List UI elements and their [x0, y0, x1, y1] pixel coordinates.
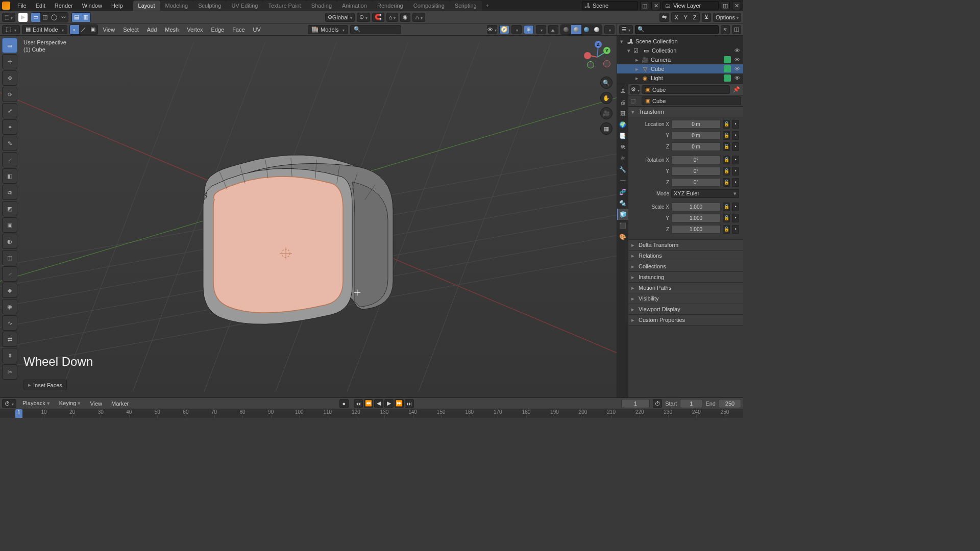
prop-tab-6[interactable]: ⚛ [617, 153, 628, 164]
snap-target-dropdown[interactable]: ⌂ [386, 13, 399, 22]
mirror-z-button[interactable]: Z [690, 13, 699, 22]
panel-relations[interactable]: ▸Relations [628, 251, 743, 261]
tab-compositing[interactable]: Compositing [408, 1, 450, 11]
select-mode-circle[interactable]: ◯ [50, 13, 59, 22]
collection-visibility-toggle[interactable]: 👁 [733, 47, 741, 54]
panel-motion paths[interactable]: ▸Motion Paths [628, 283, 743, 293]
location-y-field[interactable]: 0 m [671, 131, 721, 140]
tool-extrude-region[interactable]: ⧉ [2, 185, 17, 200]
tool-cursor[interactable]: ✛ [2, 54, 17, 69]
playhead[interactable]: 1 [15, 409, 22, 418]
scale-z-field[interactable]: 1.000 [671, 225, 721, 234]
tool-knife[interactable]: ⟋ [2, 266, 17, 282]
panel-visibility[interactable]: ▸Visibility [628, 293, 743, 304]
panel-collections[interactable]: ▸Collections [628, 261, 743, 271]
automerge-toggle[interactable]: ⊻ [702, 13, 711, 22]
nav-y-axis[interactable]: Y [603, 47, 610, 54]
add-workspace-button[interactable]: + [482, 1, 493, 11]
location-x-lock[interactable]: 🔓 [723, 120, 730, 129]
location-z-lock[interactable]: 🔓 [723, 142, 730, 151]
item-visibility-toggle[interactable]: 👁 [733, 57, 741, 63]
prop-tab-9[interactable]: 🧬 [617, 186, 628, 197]
tool-add-cube[interactable]: ◧ [2, 168, 17, 184]
prop-tab-3[interactable]: 🌍 [617, 119, 628, 130]
menu-file[interactable]: File [13, 1, 31, 10]
scale-x-field[interactable]: 1.000 [671, 203, 721, 211]
item-visibility-toggle[interactable]: 👁 [733, 75, 741, 81]
shading-dropdown[interactable] [604, 25, 615, 34]
panel-custom properties[interactable]: ▸Custom Properties [628, 315, 743, 325]
shading-wireframe[interactable] [561, 25, 571, 34]
tool-edge-slide[interactable]: ⇄ [2, 332, 17, 347]
outliner-scene-collection[interactable]: ▾🏞Scene Collection [617, 37, 743, 46]
tool-loop-cut[interactable]: ◫ [2, 250, 17, 265]
scene-browse-icon[interactable]: 🏞 [582, 3, 592, 9]
jump-end-button[interactable]: ⏭ [405, 399, 414, 408]
snap-toggle[interactable]: 🧲 [372, 13, 384, 22]
tab-animation[interactable]: Animation [337, 1, 372, 11]
tab-modeling[interactable]: Modeling [160, 1, 193, 11]
select-mode-tweak[interactable]: ▭ [31, 13, 40, 22]
menu-render[interactable]: Render [51, 1, 77, 10]
tab-layout[interactable]: Layout [133, 1, 160, 11]
rotation-mode-dropdown[interactable]: XYZ Euler ▾ [671, 189, 739, 198]
timeline-track[interactable]: 1102030405060708090100110120130140150160… [0, 409, 743, 418]
shading-rendered[interactable] [592, 25, 602, 34]
vp-menu-add[interactable]: Add [144, 25, 160, 34]
preview-range-toggle[interactable]: ⏱ [653, 399, 662, 408]
timeline-menu-keying[interactable]: Keying ▾ [56, 399, 84, 408]
delete-viewlayer-button[interactable]: ✕ [732, 1, 741, 10]
editor-type-dropdown[interactable]: ⬚ [2, 13, 15, 22]
vp-menu-edge[interactable]: Edge [208, 25, 227, 34]
vp-menu-vertex[interactable]: Vertex [184, 25, 206, 34]
outliner-display-mode-dropdown[interactable]: ☰ [619, 25, 633, 34]
tool-annotate[interactable]: ✎ [2, 136, 17, 151]
pin-id-button[interactable]: 📌 [732, 85, 741, 94]
menu-window[interactable]: Window [78, 1, 106, 10]
panel-viewport display[interactable]: ▸Viewport Display [628, 304, 743, 314]
options-dropdown[interactable]: Options [713, 13, 741, 22]
viewport-3d[interactable] [0, 36, 617, 397]
prop-tab-11[interactable]: 🧊 [617, 209, 628, 220]
tab-texture-paint[interactable]: Texture Paint [263, 1, 306, 11]
outliner-collection[interactable]: ▾☑▭Collection 👁 [617, 46, 743, 55]
jump-start-button[interactable]: ⏮ [354, 399, 363, 408]
drag-action-1[interactable]: ▤ [72, 13, 81, 22]
select-mode-lasso[interactable]: 〰 [59, 13, 68, 22]
rotation-x-field[interactable]: 0° [671, 156, 721, 164]
vp-menu-mesh[interactable]: Mesh [162, 25, 182, 34]
viewlayer-name-input[interactable] [672, 2, 718, 10]
rotation-y-field[interactable]: 0° [671, 167, 721, 176]
object-search-field[interactable]: 🔍 [350, 25, 401, 34]
gizmo-toggle-ortho[interactable]: ▦ [600, 122, 612, 135]
timeline-menu-playback[interactable]: Playback ▾ [19, 399, 53, 408]
location-z-field[interactable]: 0 m [671, 142, 721, 151]
prop-tab-1[interactable]: 🖨 [617, 96, 628, 108]
prop-tab-4[interactable]: 📑 [617, 130, 628, 141]
outliner-new-collection-button[interactable]: ◫ [732, 25, 741, 34]
start-frame-field[interactable]: 1 [680, 399, 702, 408]
mirror-y-button[interactable]: Y [681, 13, 690, 22]
rotation-x-lock[interactable]: 🔓 [723, 156, 730, 164]
collection-visibility-dropdown[interactable]: 🏬 Models [308, 25, 348, 34]
new-viewlayer-button[interactable]: ◫ [721, 1, 730, 10]
delete-scene-button[interactable]: ✕ [651, 1, 660, 10]
tool-rotate[interactable]: ⟳ [2, 87, 17, 102]
panel-delta transform[interactable]: ▸Delta Transform [628, 240, 743, 250]
vp-menu-select[interactable]: Select [120, 25, 142, 34]
nav-x-axis[interactable] [584, 52, 591, 59]
editor-type-3dview-dropdown[interactable]: ⬚ [2, 25, 20, 34]
tool-smooth[interactable]: ∿ [2, 315, 17, 331]
tool-rip-region[interactable]: ✂ [2, 364, 17, 380]
tab-scripting[interactable]: Scripting [450, 1, 482, 11]
outliner-item-camera[interactable]: ▸🎥Camera👁 [617, 55, 743, 64]
tool-move[interactable]: ✥ [2, 70, 17, 86]
nav-neg-y[interactable] [587, 61, 594, 68]
menu-help[interactable]: Help [107, 1, 127, 10]
location-x-field[interactable]: 0 m [671, 120, 721, 129]
end-frame-field[interactable]: 250 [719, 399, 741, 408]
xray-toggle[interactable]: ⟁ [548, 25, 558, 34]
tool-spin[interactable]: ◉ [2, 299, 17, 314]
mode-dropdown[interactable]: ▦Edit Mode [22, 25, 67, 34]
autokey-toggle[interactable]: ● [339, 399, 349, 408]
